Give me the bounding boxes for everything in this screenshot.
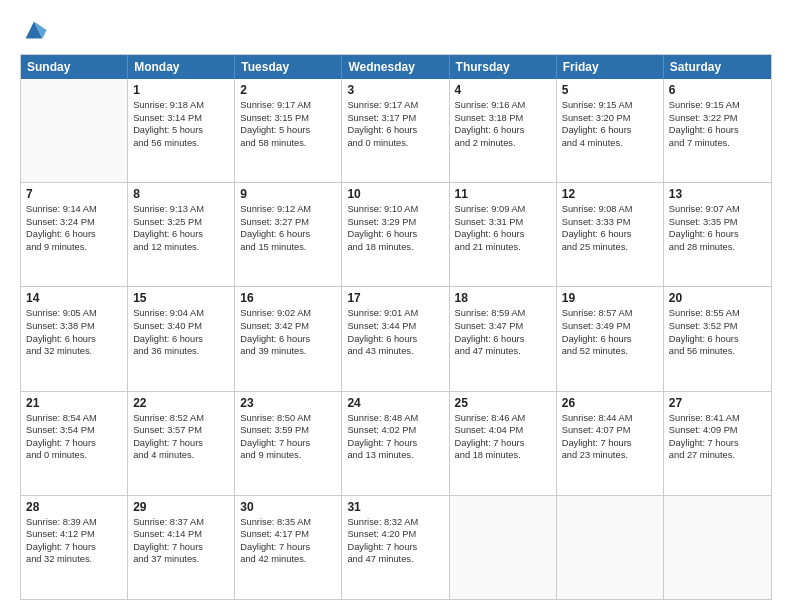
cell-line: and 58 minutes. [240,137,336,150]
calendar-cell: 14Sunrise: 9:05 AMSunset: 3:38 PMDayligh… [21,287,128,390]
cell-line: Sunrise: 9:12 AM [240,203,336,216]
day-number: 3 [347,83,443,97]
day-number: 2 [240,83,336,97]
cell-line: Sunrise: 9:07 AM [669,203,766,216]
calendar-week-3: 14Sunrise: 9:05 AMSunset: 3:38 PMDayligh… [21,287,771,391]
cell-line: Daylight: 5 hours [133,124,229,137]
calendar-cell: 27Sunrise: 8:41 AMSunset: 4:09 PMDayligh… [664,392,771,495]
cell-line: Sunrise: 8:35 AM [240,516,336,529]
calendar-week-4: 21Sunrise: 8:54 AMSunset: 3:54 PMDayligh… [21,392,771,496]
cell-line: Daylight: 7 hours [133,541,229,554]
cell-line: Sunset: 3:20 PM [562,112,658,125]
cell-line: Sunset: 3:52 PM [669,320,766,333]
cell-line: Sunrise: 9:18 AM [133,99,229,112]
cell-line: Sunset: 4:14 PM [133,528,229,541]
day-number: 1 [133,83,229,97]
cell-line: Sunrise: 8:32 AM [347,516,443,529]
day-number: 31 [347,500,443,514]
day-number: 10 [347,187,443,201]
day-number: 25 [455,396,551,410]
day-number: 4 [455,83,551,97]
cell-line: Sunset: 3:49 PM [562,320,658,333]
logo-icon [20,16,48,44]
calendar-cell: 11Sunrise: 9:09 AMSunset: 3:31 PMDayligh… [450,183,557,286]
cell-line: Sunset: 4:07 PM [562,424,658,437]
cell-line: Sunrise: 8:57 AM [562,307,658,320]
cell-line: Sunset: 3:35 PM [669,216,766,229]
cell-line: Sunrise: 9:08 AM [562,203,658,216]
day-number: 30 [240,500,336,514]
day-number: 8 [133,187,229,201]
day-number: 23 [240,396,336,410]
cell-line: Daylight: 7 hours [669,437,766,450]
cell-line: and 28 minutes. [669,241,766,254]
cell-line: Daylight: 7 hours [133,437,229,450]
day-number: 28 [26,500,122,514]
cell-line: and 21 minutes. [455,241,551,254]
header-day-saturday: Saturday [664,55,771,79]
calendar-cell: 31Sunrise: 8:32 AMSunset: 4:20 PMDayligh… [342,496,449,599]
header-day-wednesday: Wednesday [342,55,449,79]
header [20,16,772,44]
day-number: 27 [669,396,766,410]
day-number: 11 [455,187,551,201]
cell-line: Sunrise: 8:50 AM [240,412,336,425]
cell-line: and 2 minutes. [455,137,551,150]
cell-line: Daylight: 6 hours [669,333,766,346]
cell-line: Sunset: 3:54 PM [26,424,122,437]
cell-line: and 9 minutes. [240,449,336,462]
cell-line: Sunrise: 8:44 AM [562,412,658,425]
cell-line: Sunrise: 9:09 AM [455,203,551,216]
cell-line: Daylight: 6 hours [347,228,443,241]
day-number: 19 [562,291,658,305]
cell-line: Sunset: 3:27 PM [240,216,336,229]
cell-line: Daylight: 6 hours [26,228,122,241]
calendar-cell: 6Sunrise: 9:15 AMSunset: 3:22 PMDaylight… [664,79,771,182]
cell-line: Sunset: 3:42 PM [240,320,336,333]
cell-line: Sunset: 3:15 PM [240,112,336,125]
day-number: 6 [669,83,766,97]
calendar-body: 1Sunrise: 9:18 AMSunset: 3:14 PMDaylight… [21,79,771,599]
calendar-week-2: 7Sunrise: 9:14 AMSunset: 3:24 PMDaylight… [21,183,771,287]
day-number: 5 [562,83,658,97]
cell-line: Sunrise: 8:46 AM [455,412,551,425]
cell-line: Sunrise: 9:05 AM [26,307,122,320]
cell-line: Daylight: 6 hours [240,228,336,241]
cell-line: Daylight: 6 hours [562,333,658,346]
calendar-cell: 3Sunrise: 9:17 AMSunset: 3:17 PMDaylight… [342,79,449,182]
cell-line: and 39 minutes. [240,345,336,358]
cell-line: Sunrise: 9:01 AM [347,307,443,320]
calendar-cell: 17Sunrise: 9:01 AMSunset: 3:44 PMDayligh… [342,287,449,390]
calendar-cell: 22Sunrise: 8:52 AMSunset: 3:57 PMDayligh… [128,392,235,495]
cell-line: Daylight: 6 hours [669,124,766,137]
calendar-cell: 13Sunrise: 9:07 AMSunset: 3:35 PMDayligh… [664,183,771,286]
cell-line: Sunrise: 8:39 AM [26,516,122,529]
calendar: SundayMondayTuesdayWednesdayThursdayFrid… [20,54,772,600]
day-number: 16 [240,291,336,305]
cell-line: Sunset: 3:25 PM [133,216,229,229]
calendar-week-1: 1Sunrise: 9:18 AMSunset: 3:14 PMDaylight… [21,79,771,183]
cell-line: Sunset: 3:38 PM [26,320,122,333]
calendar-cell: 29Sunrise: 8:37 AMSunset: 4:14 PMDayligh… [128,496,235,599]
calendar-cell: 26Sunrise: 8:44 AMSunset: 4:07 PMDayligh… [557,392,664,495]
cell-line: Sunset: 3:24 PM [26,216,122,229]
cell-line: Sunrise: 9:17 AM [347,99,443,112]
cell-line: and 15 minutes. [240,241,336,254]
calendar-cell: 21Sunrise: 8:54 AMSunset: 3:54 PMDayligh… [21,392,128,495]
cell-line: and 47 minutes. [347,553,443,566]
cell-line: Sunrise: 9:04 AM [133,307,229,320]
calendar-cell: 10Sunrise: 9:10 AMSunset: 3:29 PMDayligh… [342,183,449,286]
day-number: 18 [455,291,551,305]
cell-line: and 4 minutes. [133,449,229,462]
cell-line: Sunset: 4:20 PM [347,528,443,541]
cell-line: Sunrise: 8:59 AM [455,307,551,320]
cell-line: Sunset: 3:57 PM [133,424,229,437]
cell-line: Sunset: 4:17 PM [240,528,336,541]
cell-line: Daylight: 7 hours [562,437,658,450]
day-number: 26 [562,396,658,410]
day-number: 7 [26,187,122,201]
calendar-cell: 1Sunrise: 9:18 AMSunset: 3:14 PMDaylight… [128,79,235,182]
calendar-cell: 16Sunrise: 9:02 AMSunset: 3:42 PMDayligh… [235,287,342,390]
calendar-header: SundayMondayTuesdayWednesdayThursdayFrid… [21,55,771,79]
day-number: 14 [26,291,122,305]
